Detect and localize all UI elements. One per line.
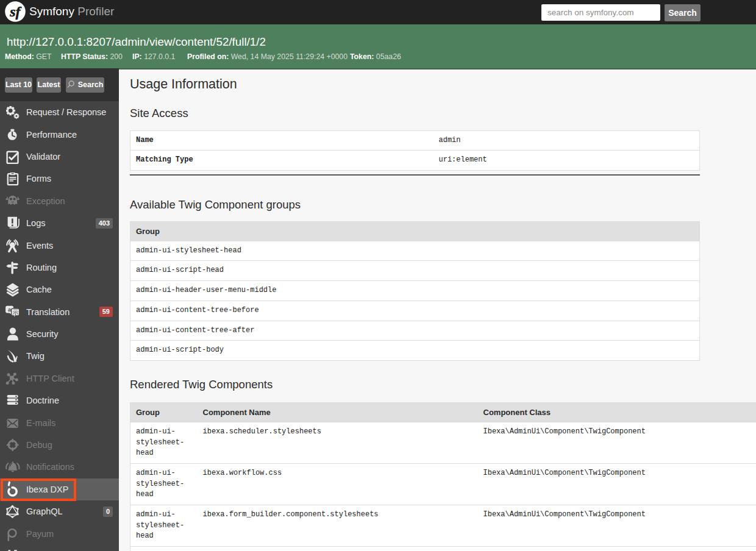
svg-text:sf: sf (9, 4, 21, 20)
svg-text:示: 示 (12, 309, 18, 316)
